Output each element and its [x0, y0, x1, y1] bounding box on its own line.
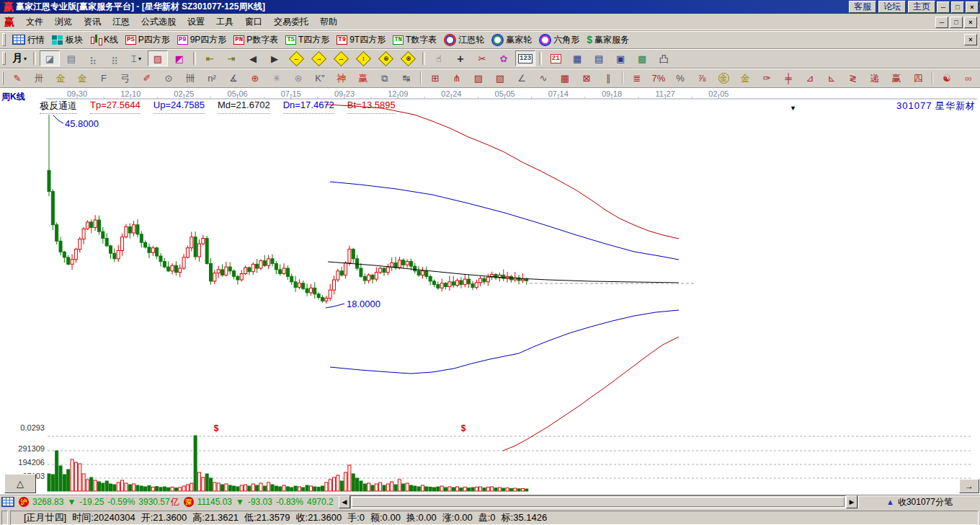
gann-fan-button[interactable]: ⋔ [447, 70, 467, 86]
notepad-button[interactable]: ▤ [589, 50, 609, 66]
menu-item-9[interactable]: 帮助 [314, 14, 343, 30]
next-page-button[interactable]: ▶ [264, 50, 285, 66]
quote-button[interactable]: 行情 [9, 32, 48, 48]
menu-item-5[interactable]: 设置 [182, 14, 210, 30]
sz-market-icon[interactable]: 深 [184, 497, 194, 507]
menu-item-2[interactable]: 资讯 [78, 14, 107, 30]
dart-line-button[interactable]: ✐ [137, 70, 157, 86]
abacus-button[interactable]: ⧉ [375, 70, 395, 86]
price-grid-button[interactable]: ⊞ [425, 70, 445, 86]
volume-pane-toggle-button[interactable]: △ [4, 474, 36, 493]
flower-tool-button[interactable]: ✿ [494, 50, 514, 66]
k-mark-button[interactable]: K″ [310, 70, 330, 86]
hash-line-button[interactable]: 卌 [180, 70, 200, 86]
mdi-close-button[interactable]: × [964, 17, 977, 28]
hexagon-button[interactable]: 六角形 [536, 32, 582, 48]
snapshot-button[interactable]: ▩ [632, 50, 652, 66]
crosshair-tool-button[interactable]: + [450, 50, 471, 66]
title-button-zhuye[interactable]: 主页 [908, 1, 935, 13]
target-button[interactable]: ⊕ [245, 70, 265, 86]
color-chart-button[interactable]: ◩ [169, 50, 190, 66]
calculator-button[interactable]: ▦ [567, 50, 587, 66]
gold-line2-button[interactable]: 金 [735, 70, 755, 86]
gann-grid-button[interactable]: 卅 [29, 70, 49, 86]
restore-button[interactable]: □ [951, 1, 964, 13]
hand-tool-button[interactable]: ☝ [429, 50, 449, 66]
t-number-button[interactable]: TNT数字表 [390, 32, 440, 48]
menu-item-6[interactable]: 工具 [210, 14, 239, 30]
expand-v-button[interactable]: ↕ [353, 50, 374, 66]
fan-box2-button[interactable]: ▧ [490, 70, 510, 86]
menu-item-3[interactable]: 江恩 [107, 14, 135, 30]
ying-block-button[interactable]: 赢 [886, 70, 906, 86]
pan-right-diamond-button[interactable]: → [308, 50, 329, 66]
pan-right-button[interactable]: → [959, 479, 979, 493]
fan-box-button[interactable]: ▨ [468, 70, 489, 86]
cut-tool-button[interactable]: ✂ [472, 50, 492, 66]
gold-circle-button[interactable]: 金 [713, 70, 734, 86]
toolbar-close-button[interactable]: × [964, 34, 977, 45]
web-button[interactable]: ⊛ [288, 70, 308, 86]
flat-channel-button[interactable]: ╪ [778, 70, 798, 86]
9p-square-button[interactable]: P99P四方形 [174, 32, 230, 48]
chevron-down-icon[interactable]: ▼ [790, 105, 796, 112]
spiral-button[interactable]: 弓 [115, 70, 135, 86]
winner-wheel-button[interactable]: 赢家轮 [489, 32, 535, 48]
menu-item-7[interactable]: 窗口 [239, 14, 268, 30]
goto-first-button[interactable]: ⇤ [200, 50, 220, 66]
four-box-button[interactable]: 四 [908, 70, 928, 86]
gold-section-button[interactable]: 金 [72, 70, 92, 86]
9t-square-button[interactable]: T99T四方形 [334, 32, 388, 48]
scrollbar-left-button[interactable]: ◀ [339, 495, 350, 508]
gann-wheel-button[interactable]: 江恩轮 [441, 32, 487, 48]
p-square-button[interactable]: PSP四方形 [122, 32, 173, 48]
parallel-line-button[interactable]: ∥ [598, 70, 618, 86]
scrollbar-thumb[interactable] [352, 497, 845, 507]
winner-service-button[interactable]: $赢家服务 [584, 32, 632, 48]
time-cycle-button[interactable]: ⊙ [159, 70, 179, 86]
infinity-button[interactable]: ∞ [958, 70, 979, 86]
cross-grid-button[interactable]: ⊠ [576, 70, 597, 86]
prev-page-button[interactable]: ◀ [243, 50, 263, 66]
dart-candle-button[interactable]: ✑ [757, 70, 777, 86]
shen-button[interactable]: 神 [331, 70, 352, 86]
period-month-button[interactable]: 月▾ [9, 50, 30, 66]
p-number-button[interactable]: PNP数字表 [231, 32, 281, 48]
scrollbar-track[interactable] [350, 495, 846, 508]
f-line-button[interactable]: F [94, 70, 114, 86]
mini-chart9-button[interactable]: ⣶ [104, 50, 125, 66]
gold-ratio-button[interactable]: 金 [50, 70, 71, 86]
save-button[interactable]: ▣ [610, 50, 631, 66]
candle-style-button[interactable]: ⌶▾ [126, 50, 146, 66]
title-button-kefu[interactable]: 客服 [849, 1, 876, 13]
draw-pen-button[interactable]: ✎ [7, 70, 27, 86]
dense-grid-button[interactable]: ▦ [555, 70, 575, 86]
step-line-button[interactable]: 递 [865, 70, 885, 86]
goto-last-button[interactable]: ⇥ [221, 50, 241, 66]
menu-item-8[interactable]: 交易委托 [268, 14, 314, 30]
mdi-restore-button[interactable]: □ [950, 17, 963, 28]
wave-button[interactable]: ∿ [533, 70, 553, 86]
pan-left-button[interactable]: ← [286, 50, 307, 66]
span-arrow-button[interactable]: ↹ [396, 70, 416, 86]
sector-button[interactable]: 板块 [49, 32, 86, 48]
t-square-button[interactable]: TST四方形 [282, 32, 332, 48]
minimize-button[interactable]: ─ [937, 1, 950, 13]
tick-view-button[interactable]: ▲ 收301077分笔 [858, 495, 980, 508]
mini-chart3-button[interactable]: ⣦ [83, 50, 103, 66]
percent7-button[interactable]: 7% [649, 70, 669, 86]
zoom-out-button[interactable]: ⊗ [398, 50, 419, 66]
print-button[interactable]: 凸 [654, 50, 674, 66]
sh-market-icon[interactable]: 沪 [19, 497, 29, 507]
measure-button[interactable]: ≣ [627, 70, 647, 86]
angle-line-button[interactable]: ∠ [512, 70, 532, 86]
angle-ruler-button[interactable]: ∡ [223, 70, 244, 86]
expand-h-button[interactable]: ↔ [331, 50, 352, 66]
angle-f-button[interactable]: ⊾ [821, 70, 842, 86]
yinyang-button[interactable]: ☯ [937, 70, 957, 86]
fraction-button[interactable]: ⅞ [692, 70, 712, 86]
zigzag-mode-button[interactable]: ▨ [148, 50, 168, 66]
gold-step-button[interactable]: ≷ [843, 70, 863, 86]
title-button-luntan[interactable]: 论坛 [878, 1, 906, 13]
ray-star-button[interactable]: ✳ [267, 70, 287, 86]
